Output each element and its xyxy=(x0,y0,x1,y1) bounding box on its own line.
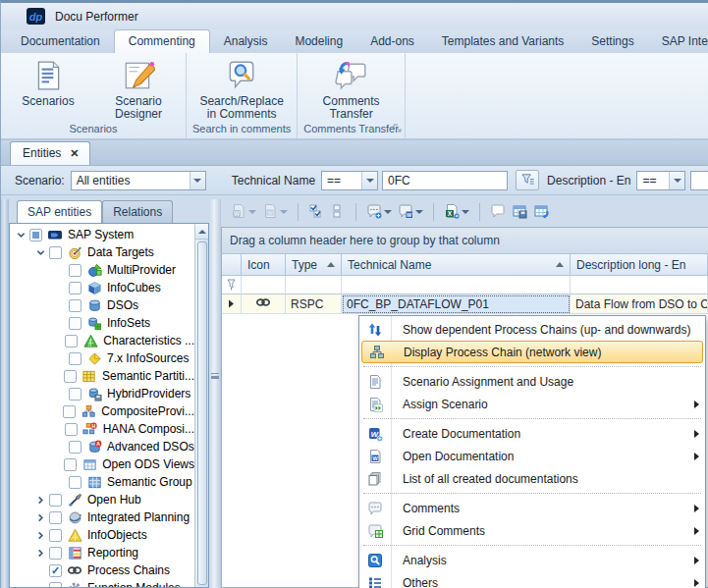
uncheck-all-button[interactable] xyxy=(328,201,348,223)
chevron-right-icon[interactable] xyxy=(33,513,47,522)
chevron-right-icon[interactable] xyxy=(33,549,47,558)
tree-item-7-x-infosources[interactable]: 7.x InfoSources xyxy=(10,349,194,367)
ribbon-tab-documentation[interactable]: Documentation xyxy=(7,30,114,53)
chevron-down-icon[interactable] xyxy=(384,210,392,214)
chevron-right-icon[interactable] xyxy=(33,531,47,540)
row-description-cell[interactable]: Data Flow from DSO to Cubes xyxy=(571,294,708,314)
filter-cell[interactable] xyxy=(242,276,286,294)
tree-item-hana-composi-[interactable]: HHANA Composi... xyxy=(10,420,194,438)
checkbox-unchecked[interactable] xyxy=(65,335,78,347)
description-input[interactable] xyxy=(690,171,708,190)
word-create-button[interactable]: W xyxy=(229,201,258,223)
checkbox-unchecked[interactable] xyxy=(49,246,62,259)
checkbox-unchecked[interactable] xyxy=(64,370,77,383)
menu-item-display-process-chain-network-view-[interactable]: Display Process Chain (network view) xyxy=(361,341,703,363)
scenario-select[interactable]: All entities xyxy=(71,171,206,190)
menu-item-comments[interactable]: Comments xyxy=(359,497,705,519)
chevron-down-icon[interactable] xyxy=(415,210,423,214)
tree-item-reporting[interactable]: Reporting xyxy=(10,544,194,561)
tree-item-data-targets[interactable]: Data Targets xyxy=(10,243,194,261)
ribbon-tab-templates-and-variants[interactable]: Templates and Variants xyxy=(428,30,578,53)
panel-splitter[interactable] xyxy=(209,199,221,588)
filter-row-pin-icon[interactable] xyxy=(222,276,242,294)
tree-item-open-ods-views[interactable]: Open ODS Views xyxy=(10,455,194,473)
chevron-down-icon[interactable] xyxy=(248,210,256,214)
tree-item-hybridproviders[interactable]: HybridProviders xyxy=(10,385,194,402)
tree-item-infoobjects[interactable]: InfoObjects xyxy=(10,526,194,544)
tree-item-multiprovider[interactable]: MultiProvider xyxy=(10,261,194,279)
checkbox-unchecked[interactable] xyxy=(49,511,62,524)
chevron-right-icon[interactable] xyxy=(33,496,47,505)
ribbon-tab-modeling[interactable]: Modeling xyxy=(281,30,356,53)
menu-item-analysis[interactable]: Analysis xyxy=(359,549,705,571)
checkbox-unchecked[interactable] xyxy=(65,423,78,436)
tree-item-sap-system[interactable]: SAP System xyxy=(10,226,194,243)
chevron-down-icon[interactable] xyxy=(462,210,469,214)
checkbox-unchecked[interactable] xyxy=(69,299,82,312)
chevron-down-icon[interactable] xyxy=(361,172,377,189)
comment-add-button[interactable] xyxy=(364,201,394,223)
menu-item-scenario-assignment-and-usage[interactable]: Scenario Assignment and Usage xyxy=(359,370,705,393)
technical-name-input[interactable]: 0FC xyxy=(382,171,508,190)
checkbox-unchecked[interactable] xyxy=(64,458,77,471)
table-row[interactable]: RSPC0FC_BP_DATAFLOW_P01Data Flow from DS… xyxy=(222,294,708,314)
scenarios-button[interactable]: Scenarios xyxy=(7,55,89,108)
tab-sap-entities[interactable]: SAP entities xyxy=(17,200,102,223)
chevron-down-icon[interactable] xyxy=(190,172,205,189)
filter-cell[interactable] xyxy=(571,276,708,294)
menu-item-assign-scenario[interactable]: Assign Scenario xyxy=(359,393,705,415)
checkbox-unchecked[interactable] xyxy=(69,388,82,401)
tree-item-infocubes[interactable]: InfoCubes xyxy=(10,279,194,296)
comment-search-button[interactable]: Search/Replace in Comments xyxy=(200,55,283,121)
tree-item-process-chains[interactable]: Process Chains xyxy=(10,561,194,579)
checkbox-unchecked[interactable] xyxy=(49,529,62,542)
chevron-down-icon[interactable] xyxy=(33,248,47,257)
checkbox-unchecked[interactable] xyxy=(69,282,82,294)
tree-item-integrated-planning[interactable]: Integrated Planning xyxy=(10,508,194,526)
description-operator[interactable]: == xyxy=(636,171,685,190)
ribbon-tab-add-ons[interactable]: Add-ons xyxy=(356,30,428,53)
comment-empty-button[interactable] xyxy=(488,201,508,223)
menu-item-create-documentation[interactable]: WCreate Documentation xyxy=(359,422,705,445)
tree-item-dsos[interactable]: DSOs xyxy=(10,296,194,314)
checkbox-unchecked[interactable] xyxy=(69,441,82,454)
checkbox-unchecked[interactable] xyxy=(69,264,82,277)
excel-export-button[interactable]: X xyxy=(442,201,471,223)
filter-cell[interactable] xyxy=(286,276,342,294)
checkbox-partial[interactable] xyxy=(29,229,42,241)
tree-item-advanced-dsos[interactable]: AAdvanced DSOs xyxy=(10,438,194,455)
grid-save-button[interactable] xyxy=(510,201,529,223)
row-technical-name-cell[interactable]: 0FC_BP_DATAFLOW_P01 xyxy=(342,294,571,314)
checkbox-unchecked[interactable] xyxy=(63,405,76,418)
checkbox-unchecked[interactable] xyxy=(69,476,82,489)
filter-settings-button[interactable] xyxy=(516,170,539,190)
chevron-down-icon[interactable] xyxy=(669,172,684,189)
checkbox-unchecked[interactable] xyxy=(49,494,62,507)
splitter-grip[interactable] xyxy=(211,373,219,377)
tree-item-open-hub[interactable]: Open Hub xyxy=(10,491,194,508)
row-type-cell[interactable]: RSPC xyxy=(286,294,342,314)
menu-item-list-of-all-created-documentations[interactable]: List of all created documentations xyxy=(359,467,705,490)
tab-relations[interactable]: Relations xyxy=(102,200,173,223)
chevron-down-icon[interactable] xyxy=(14,231,27,240)
filter-cell[interactable] xyxy=(342,276,571,294)
check-all-button[interactable] xyxy=(306,201,326,223)
comments-transfer-button[interactable]: Comments Transfer xyxy=(310,55,393,121)
tree-item-semantic-partiti-[interactable]: Semantic Partiti... xyxy=(10,367,194,385)
ribbon-tab-commenting[interactable]: Commenting xyxy=(114,29,210,53)
checkbox-unchecked[interactable] xyxy=(69,317,82,330)
checkbox-checked[interactable] xyxy=(49,564,62,577)
menu-item-open-documentation[interactable]: WOpen Documentation xyxy=(359,445,705,467)
grid-transfer-button[interactable] xyxy=(531,201,551,223)
scrollbar-thumb[interactable] xyxy=(197,241,207,585)
column-header-technical-name[interactable]: Technical Name xyxy=(342,254,571,276)
tree-item-function-modules[interactable]: Function Modules xyxy=(10,579,194,587)
menu-item-show-dependent-process-chains-up-and-dow[interactable]: Show dependent Process Chains (up- and d… xyxy=(359,318,705,341)
tree-item-semantic-group[interactable]: Semantic Group xyxy=(10,473,194,491)
menu-item-grid-comments[interactable]: Grid Comments xyxy=(359,519,705,542)
checkbox-unchecked[interactable] xyxy=(49,547,62,560)
word-open-button[interactable]: W xyxy=(260,201,290,223)
tab-entities[interactable]: Entities ✕ xyxy=(10,141,90,165)
tree-scrollbar[interactable] xyxy=(194,224,208,587)
row-icon-cell[interactable] xyxy=(242,294,286,314)
